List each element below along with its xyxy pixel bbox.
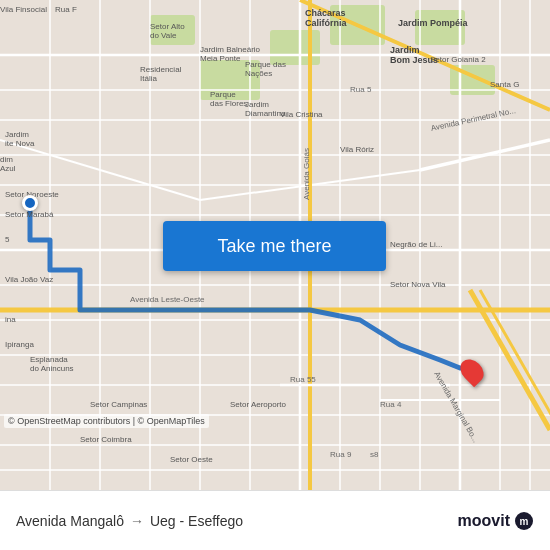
route-origin: Avenida Mangalô [16,513,124,529]
map-attribution: © OpenStreetMap contributors | © OpenMap… [4,414,209,428]
footer-route-info: Avenida Mangalô → Ueg - Eseffego [16,513,243,529]
moovit-logo-icon: m [514,511,534,531]
moovit-brand-text: moovit [458,512,510,530]
destination-marker [462,358,482,384]
svg-text:m: m [520,516,529,527]
map-container: ChácarasCalifórnia Jardim Pompéia Jardim… [0,0,550,490]
take-me-there-button[interactable]: Take me there [163,221,386,271]
route-arrow-icon: → [130,513,144,529]
moovit-logo: moovit m [458,511,534,531]
footer: Avenida Mangalô → Ueg - Eseffego moovit … [0,490,550,550]
route-destination: Ueg - Eseffego [150,513,243,529]
origin-marker [22,195,38,211]
route-display: Avenida Mangalô → Ueg - Eseffego [16,513,243,529]
